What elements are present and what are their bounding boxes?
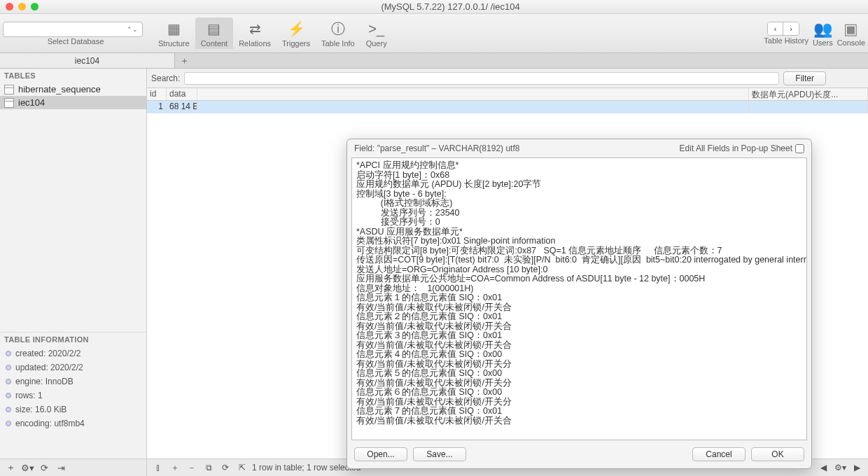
info-encoding: encoding: utf8mb4 [0, 416, 146, 430]
info-updated: updated: 2020/2/2 [0, 360, 146, 374]
bullet-icon [6, 365, 11, 370]
table-header: id data 数据单元(APDU)长度... [147, 88, 868, 101]
search-input[interactable] [184, 72, 779, 85]
users-button[interactable]: 👥 Users [813, 20, 833, 47]
toolbar-triggers[interactable]: ⚡Triggers [276, 18, 316, 49]
triggers-icon: ⚡ [286, 19, 306, 38]
titlebar: (MySQL 5.7.22) 127.0.0.1/ /iec104 [0, 0, 868, 14]
page-next-button[interactable]: ▶ [850, 463, 864, 472]
table-icon [4, 98, 14, 108]
page-gear-icon[interactable]: ⚙︎▾ [833, 463, 847, 472]
content-area: Search: Filter id data 数据单元(APDU)长度... 1… [147, 69, 868, 458]
bullet-icon [6, 421, 11, 426]
field-label: Field: "parse_result" – VARCHAR(8192) ut… [354, 144, 519, 153]
col-id[interactable]: id [147, 88, 167, 100]
toolbar-structure[interactable]: ▦Structure [153, 18, 195, 49]
status-text: 1 row in table; 1 row selected [252, 463, 360, 472]
popup-checkbox[interactable] [795, 144, 804, 153]
zoom-window-icon[interactable] [31, 3, 38, 10]
table-icon [4, 85, 14, 94]
table-history-label: Table History [764, 36, 808, 45]
gear-icon[interactable]: ⚙︎▾ [20, 461, 35, 474]
table-item-iec104[interactable]: iec104 [0, 96, 146, 109]
console-icon: ▣ [844, 20, 858, 38]
content-icon: ▤ [204, 19, 224, 38]
tables-header: TABLES [0, 69, 146, 83]
minimize-window-icon[interactable] [18, 3, 26, 10]
search-label: Search: [151, 74, 180, 83]
bullet-icon [6, 407, 11, 412]
col-data[interactable]: data [167, 88, 197, 100]
refresh-tables-button[interactable]: ⟳ [36, 461, 52, 474]
field-editor-modal: Field: "parse_result" – VARCHAR(8192) ut… [346, 139, 812, 469]
ok-button[interactable]: OK [751, 447, 804, 461]
field-text-area[interactable]: *APCI 应用规约控制信息* 启动字符[1 byte]：0x68 应用规约数据… [351, 158, 807, 440]
add-table-button[interactable]: ＋ [3, 461, 18, 474]
col-blank[interactable] [197, 88, 749, 100]
relations-icon: ⇄ [245, 19, 265, 38]
info-rows: rows: 1 [0, 388, 146, 402]
filter-button[interactable]: Filter [783, 71, 826, 85]
pane-icon[interactable]: ⇱ [235, 463, 249, 472]
collapse-icon[interactable]: ⇥ [53, 461, 69, 474]
table-row[interactable]: 1 68 14 E [147, 101, 868, 113]
bullet-icon [6, 379, 11, 384]
duplicate-row-button[interactable]: ⧉ [202, 463, 216, 472]
tab-iec104[interactable]: iec104 [0, 53, 175, 68]
table-info-header: TABLE INFORMATION [0, 332, 146, 346]
nav-arrows[interactable]: ‹› [767, 22, 799, 36]
info-size: size: 16.0 KiB [0, 402, 146, 416]
save-button[interactable]: Save... [413, 447, 466, 461]
refresh-content-button[interactable]: ⟳ [218, 463, 232, 472]
close-window-icon[interactable] [6, 3, 13, 10]
toolbar-relations[interactable]: ⇄Relations [233, 18, 276, 49]
database-select[interactable] [3, 22, 143, 37]
sidebar: TABLES hibernate_sequenceiec104 TABLE IN… [0, 69, 147, 458]
toolbar-content[interactable]: ▤Content [195, 18, 234, 49]
page-prev-button[interactable]: ◀ [816, 463, 830, 472]
console-button[interactable]: ▣ Console [837, 20, 865, 47]
window-title: (MySQL 5.7.22) 127.0.0.1/ /iec104 [38, 1, 862, 12]
col-apdu[interactable]: 数据单元(APDU)长度... [749, 88, 868, 100]
remove-row-button[interactable]: － [185, 462, 199, 474]
users-icon: 👥 [813, 20, 832, 38]
split-icon[interactable]: ⫿ [151, 463, 165, 472]
toolbar: Select Database ▦Structure▤Content⇄Relat… [0, 14, 868, 53]
popup-sheet-toggle[interactable]: Edit All Fields in Pop-up Sheet [680, 144, 804, 153]
info-engine: engine: InnoDB [0, 374, 146, 388]
nav-forward-icon[interactable]: › [783, 22, 799, 35]
nav-back-icon[interactable]: ‹ [768, 22, 783, 35]
table-item-hibernate_sequence[interactable]: hibernate_sequence [0, 83, 146, 96]
table info-icon: ⓘ [328, 19, 348, 38]
toolbar-table-info[interactable]: ⓘTable Info [316, 18, 360, 49]
query-icon: >_ [367, 19, 386, 38]
info-created: created: 2020/2/2 [0, 346, 146, 360]
cancel-button[interactable]: Cancel [692, 447, 746, 461]
bullet-icon [6, 351, 11, 356]
add-row-button[interactable]: ＋ [168, 462, 182, 474]
tabbar: iec104 ＋ [0, 53, 868, 69]
structure-icon: ▦ [164, 19, 183, 38]
toolbar-query[interactable]: >_Query [360, 18, 393, 49]
bullet-icon [6, 393, 11, 398]
open-button[interactable]: Open... [354, 447, 407, 461]
tab-add-button[interactable]: ＋ [175, 53, 193, 68]
database-select-label: Select Database [48, 37, 104, 46]
